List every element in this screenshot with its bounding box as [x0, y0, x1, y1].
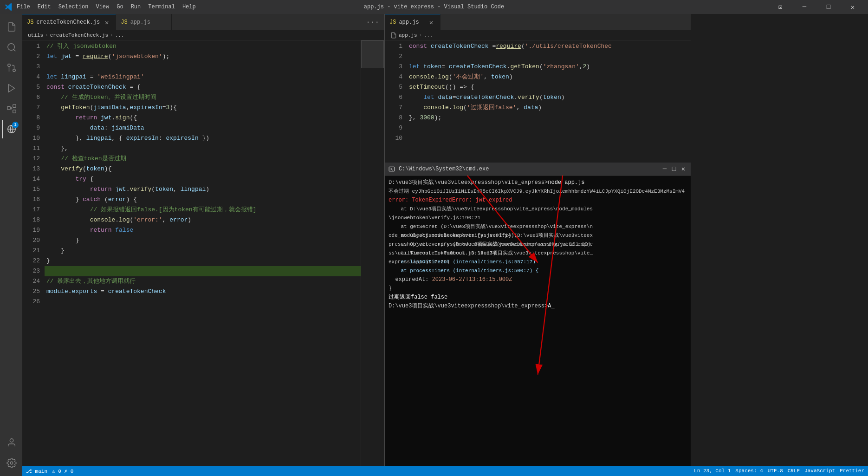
- activity-accounts[interactable]: [2, 433, 20, 452]
- title-bar-left: File Edit Selection View Go Run Terminal…: [5, 3, 196, 11]
- rcode-line-4: console.log('不会过期', token): [407, 72, 684, 82]
- status-errors[interactable]: ⚠ 0 ✗ 0: [52, 468, 73, 474]
- left-line-numbers: 12345 678910 1112131415 1617181920 21222…: [22, 40, 45, 466]
- right-tab-bar: JS app.js ✕: [385, 14, 691, 30]
- right-code-editor[interactable]: 12345 678910 const createTokenCheck =req…: [385, 40, 691, 163]
- svg-point-2: [13, 69, 16, 72]
- status-language[interactable]: JavaScript: [804, 468, 835, 474]
- code-line-24: // 暴露出去，其他地方调用就行: [45, 276, 361, 287]
- activity-settings[interactable]: [2, 454, 20, 472]
- term-line-13: 过期返回false false: [389, 293, 687, 302]
- split-editors: JS createTokenCheck.js ✕ JS app.js ··· u…: [22, 14, 868, 466]
- terminal-minimize-btn[interactable]: ─: [661, 165, 668, 173]
- vscode-logo-icon: [5, 3, 13, 11]
- editor-area: JS createTokenCheck.js ✕ JS app.js ··· u…: [22, 14, 868, 476]
- term-line-10: at processTimers (internal/timers.js:500…: [389, 267, 687, 275]
- terminal-close-btn-x[interactable]: ✕: [680, 165, 687, 173]
- menu-edit[interactable]: Edit: [38, 4, 51, 10]
- term-line-6: at Object.module.exports [as verify] (D:…: [389, 231, 687, 240]
- code-line-8: return jwt.sign({: [45, 113, 361, 123]
- status-cursor[interactable]: Ln 23, Col 1: [694, 468, 731, 474]
- menu-run[interactable]: Run: [131, 4, 141, 10]
- right-tab-label: app.js: [399, 19, 419, 26]
- activity-search[interactable]: [2, 38, 20, 57]
- activity-remote[interactable]: 1: [2, 120, 20, 138]
- rcode-line-5: setTimeout(() => {: [407, 82, 684, 92]
- menu-file[interactable]: File: [17, 4, 30, 10]
- breadcrumb-symbol[interactable]: ...: [115, 33, 124, 38]
- activity-extensions[interactable]: [2, 99, 20, 118]
- svg-point-11: [10, 462, 13, 464]
- activity-bar-bottom: [2, 433, 20, 472]
- code-line-11: },: [45, 143, 361, 154]
- right-breadcrumb-file[interactable]: app.js: [399, 33, 417, 38]
- status-formatter[interactable]: Prettier: [840, 468, 864, 474]
- menu-bar[interactable]: File Edit Selection View Go Run Terminal…: [17, 4, 196, 10]
- activity-run-debug[interactable]: [2, 79, 20, 98]
- svg-marker-5: [9, 85, 15, 92]
- activity-bar: 1: [0, 14, 22, 476]
- status-branch[interactable]: ⎇ main: [26, 468, 47, 474]
- code-line-13: verify(token){: [45, 164, 361, 174]
- left-code-content: // 引入 jsonwebtoken let jwt = require('js…: [45, 40, 361, 466]
- tab-close-createTokenCheck[interactable]: ✕: [103, 18, 111, 26]
- svg-point-3: [8, 64, 11, 67]
- svg-point-10: [10, 439, 13, 442]
- term-line-1: D:\vue3项目实战\vue3viteexpressshop\vite_exp…: [389, 178, 687, 187]
- code-line-18: console.log('error:', error): [45, 215, 361, 225]
- term-line-4b: \jsonwebtoken\verify.js:190:21: [389, 214, 687, 222]
- layout-icon[interactable]: ⊡: [770, 0, 791, 14]
- right-line-numbers: 12345 678910: [385, 40, 407, 163]
- right-tab-close[interactable]: ✕: [427, 18, 435, 26]
- breadcrumb-utils[interactable]: utils: [28, 33, 43, 38]
- right-panel: JS app.js ✕ app.js › ...: [384, 14, 691, 466]
- right-breadcrumb-symbol[interactable]: ...: [424, 33, 433, 38]
- status-encoding[interactable]: UTF-8: [768, 468, 783, 474]
- activity-explorer[interactable]: [2, 18, 20, 36]
- menu-selection[interactable]: Selection: [58, 4, 89, 10]
- svg-point-0: [8, 44, 15, 51]
- code-line-5: const createTokenCheck = {: [45, 82, 361, 92]
- code-line-6: // 生成的token。并设置过期时间: [45, 92, 361, 103]
- left-code-editor[interactable]: 12345 678910 1112131415 1617181920 21222…: [22, 40, 384, 466]
- window-controls: ⊡ ─ □ ✕: [770, 0, 863, 14]
- close-button[interactable]: ✕: [842, 0, 863, 14]
- tab-createTokenCheck[interactable]: JS createTokenCheck.js ✕: [22, 14, 116, 30]
- left-breadcrumb: utils › createTokenCheck.js › ...: [22, 30, 384, 40]
- code-line-7: getToken(jiamiData,expiresIn=3){: [45, 103, 361, 113]
- right-js-icon: JS: [389, 19, 396, 26]
- menu-help[interactable]: Help: [182, 4, 196, 10]
- menu-go[interactable]: Go: [117, 4, 123, 10]
- terminal-controls: ─ □ ✕: [661, 165, 687, 173]
- code-line-1: // 引入 jsonwebtoken: [45, 41, 361, 52]
- right-code-content: const createTokenCheck =require('./utils…: [407, 40, 684, 163]
- left-minimap: [361, 40, 384, 466]
- menu-terminal[interactable]: Terminal: [148, 4, 175, 10]
- right-breadcrumb: app.js › ...: [385, 30, 691, 40]
- rcode-line-1: const createTokenCheck =require('./utils…: [407, 41, 684, 52]
- code-line-4: let lingpai = 'weislingpai': [45, 72, 361, 82]
- menu-view[interactable]: View: [96, 4, 109, 10]
- rcode-line-9: [407, 123, 684, 133]
- minimap-thumb[interactable]: [361, 40, 384, 68]
- status-spaces[interactable]: Spaces: 4: [735, 468, 763, 474]
- right-tab-appjs[interactable]: JS app.js ✕: [385, 14, 440, 30]
- left-editor-pane: JS createTokenCheck.js ✕ JS app.js ··· u…: [22, 14, 384, 466]
- status-eol[interactable]: CRLF: [788, 468, 800, 474]
- tab-more-button[interactable]: ···: [361, 18, 384, 26]
- breadcrumb-file[interactable]: createTokenCheck.js: [50, 33, 108, 38]
- rcode-line-10: [407, 133, 684, 143]
- terminal-maximize-btn[interactable]: □: [670, 165, 678, 173]
- tab-appjs[interactable]: JS app.js: [116, 14, 172, 30]
- maximize-button[interactable]: □: [818, 0, 839, 14]
- minimize-button[interactable]: ─: [794, 0, 815, 14]
- rcode-line-8: }, 3000);: [407, 113, 684, 123]
- activity-source-control[interactable]: [2, 59, 20, 77]
- term-line-11: expiredAt: 2023-06-27T13:16:15.000Z: [389, 275, 687, 284]
- window-title: app.js - vite_express - Visual Studio Co…: [364, 4, 504, 10]
- terminal-content[interactable]: D:\vue3项目实战\vue3viteexpressshop\vite_exp…: [385, 176, 691, 466]
- code-line-17: // 如果报错返回false.[因为token有可能过期，就会报错]: [45, 205, 361, 215]
- remote-badge: 1: [12, 122, 19, 128]
- left-tab-bar: JS createTokenCheck.js ✕ JS app.js ···: [22, 14, 384, 30]
- code-line-23: [45, 266, 361, 276]
